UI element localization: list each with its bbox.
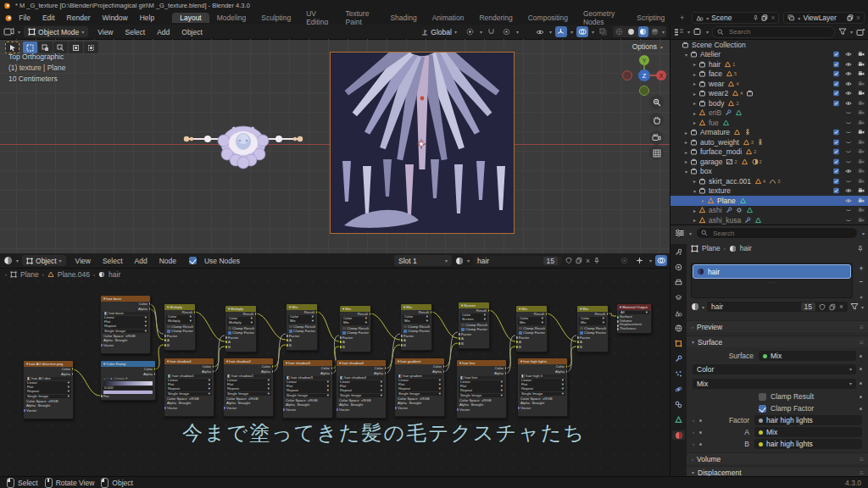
shader-menu-node[interactable]: Node	[153, 257, 182, 265]
breadcrumb-object[interactable]: Plane	[20, 270, 39, 279]
shader-menu-view[interactable]: View	[70, 257, 97, 265]
cursor-tool-button[interactable]	[5, 42, 19, 53]
expand-icon[interactable]: ▸	[682, 149, 690, 155]
node-mix[interactable]: ▾ MixResultColor▾Mix▾Clamp ResultClamp F…	[576, 305, 609, 352]
proportional-edit-icon[interactable]	[619, 255, 631, 266]
expand-icon[interactable]: ▸	[691, 208, 698, 214]
expand-icon[interactable]: ▸	[691, 71, 698, 77]
node-material-output[interactable]: ▾ Material OutputAll▾SurfaceVolumeDispla…	[616, 303, 652, 334]
outliner-row-atelier[interactable]: ▾Atelier	[670, 50, 868, 60]
breadcrumb-mesh[interactable]: Plane.046	[58, 270, 90, 279]
remove-viewlayer-icon[interactable]: ×	[856, 14, 860, 22]
properties-tab-scene-icon[interactable]	[672, 308, 685, 318]
shader-menu-add[interactable]: Add	[129, 257, 153, 265]
overlays-toggle-icon[interactable]	[655, 255, 667, 266]
exclude-checkbox-icon[interactable]	[832, 148, 840, 155]
workspace-tab-modeling[interactable]: Modeling	[209, 13, 254, 23]
workspace-tab-layout[interactable]: Layout	[172, 13, 209, 23]
annotate-tool-button[interactable]	[84, 42, 98, 53]
snap-icon[interactable]	[634, 255, 646, 266]
eye-closed-icon[interactable]	[844, 109, 853, 116]
copy-datablock-icon[interactable]	[829, 303, 836, 311]
select-box-tool-button[interactable]	[23, 42, 37, 53]
outliner-display-mode-icon[interactable]	[674, 28, 684, 36]
camera-visibility-icon[interactable]	[857, 61, 865, 68]
camera-visibility-icon[interactable]	[857, 207, 865, 214]
material-slot-row[interactable]: hair	[693, 264, 851, 279]
toggle-grid-icon[interactable]	[649, 146, 664, 160]
exclude-checkbox-icon[interactable]	[832, 129, 840, 136]
outliner-row-garage[interactable]: ▸garage22	[670, 157, 868, 167]
menu-file[interactable]: File	[13, 14, 36, 22]
scene-selector[interactable]: ▾ Scene ×	[692, 12, 779, 24]
node-hair-ao-directive-png[interactable]: ▾ hair AO directive.pngColorAlpha◧ hair …	[23, 360, 74, 419]
workspace-tab-sculpting[interactable]: Sculpting	[253, 13, 298, 23]
pivot-icon[interactable]	[465, 26, 476, 37]
outliner-filter-mode-icon[interactable]	[693, 28, 703, 36]
camera-visibility-icon[interactable]	[857, 168, 865, 175]
outliner-row-texture[interactable]: ▾texture	[670, 186, 868, 197]
exclude-checkbox-icon[interactable]	[832, 139, 840, 146]
unlink-material-icon[interactable]: ×	[586, 257, 590, 265]
add-slot-button[interactable]: +	[855, 263, 867, 274]
exclude-checkbox-icon[interactable]	[832, 90, 840, 97]
workspace-tab-compositing[interactable]: Compositing	[520, 13, 576, 23]
camera-visibility-icon[interactable]	[857, 197, 865, 204]
proportional-edit-icon[interactable]	[501, 26, 513, 37]
menu-edit[interactable]: Edit	[36, 14, 61, 22]
eye-closed-icon[interactable]	[844, 217, 853, 224]
properties-tab-tool-icon[interactable]	[672, 247, 685, 257]
new-viewlayer-icon[interactable]	[847, 14, 854, 21]
properties-options-icon[interactable]: ▾	[862, 230, 865, 236]
fake-user-shield-icon[interactable]	[565, 257, 572, 264]
node-hair-base[interactable]: ▾ hair baseColorAlpha◧ hair baseLinear▾F…	[100, 295, 151, 354]
properties-tab-render-icon[interactable]	[672, 263, 685, 272]
node-mix[interactable]: ▾ MixResultColor▾Mix▾Clamp ResultClamp F…	[515, 305, 548, 352]
expand-icon[interactable]: ›	[693, 441, 699, 446]
new-collection-icon[interactable]	[856, 28, 865, 36]
character-model[interactable]	[180, 110, 307, 176]
node-hair-shadow1[interactable]: ▾ hair shadow1ColorAlpha◧ hair shadow1Li…	[164, 358, 214, 417]
node-hair-high-lights[interactable]: ▾ hair high lightsColorAlpha◧ hair high …	[517, 358, 568, 417]
material-browse-icon[interactable]	[455, 257, 464, 265]
node-screen[interactable]: ▾ ScreenResultColor▾Screen▾Clamp ResultC…	[458, 302, 490, 349]
clamp-factor-checkbox[interactable]	[759, 405, 766, 413]
shading-rendered-icon[interactable]	[650, 26, 660, 37]
new-scene-icon[interactable]	[761, 14, 768, 21]
eye-open-icon[interactable]	[844, 100, 853, 107]
use-nodes-checkbox[interactable]	[189, 257, 197, 264]
workspace-tab-shading[interactable]: Shading	[382, 13, 424, 23]
properties-tab-object-data-icon[interactable]	[672, 415, 685, 424]
properties-search-input[interactable]	[711, 229, 853, 238]
pin-icon[interactable]	[753, 14, 759, 21]
expand-icon[interactable]: ▸	[691, 110, 698, 116]
workspace-tab-rendering[interactable]: Rendering	[471, 13, 520, 23]
outliner-row-box[interactable]: ▾box	[670, 167, 868, 177]
camera-visibility-icon[interactable]	[857, 139, 865, 146]
expand-icon[interactable]: ▸	[691, 178, 698, 184]
outliner-row-erib[interactable]: ▸eriB	[670, 108, 868, 119]
filter-icon[interactable]	[838, 28, 847, 36]
expand-icon[interactable]: ›	[693, 418, 699, 423]
properties-tab-physics-icon[interactable]	[672, 385, 685, 394]
viewport-menu-select[interactable]: Select	[120, 28, 152, 36]
breadcrumb-object[interactable]: Plane	[702, 244, 721, 252]
pan-view-icon[interactable]	[649, 113, 664, 127]
mode-dropdown[interactable]: Object Mode▾	[24, 26, 88, 37]
outliner-row-plane[interactable]: ▸Plane	[670, 196, 868, 206]
material-name-field[interactable]: hair 15 ×	[707, 302, 848, 312]
surface-panel-header[interactable]: ▾Surface ≡	[687, 336, 868, 347]
camera-visibility-icon[interactable]	[857, 119, 865, 126]
node-multiply[interactable]: ▾ MultiplyResultColor▾Multiply▾Clamp Res…	[225, 305, 257, 352]
shading-solid-icon[interactable]	[626, 26, 637, 37]
properties-tab-object-icon[interactable]	[672, 339, 685, 348]
properties-tab-modifiers-icon[interactable]	[672, 354, 685, 363]
expand-icon[interactable]: ▸	[691, 80, 698, 86]
shading-wireframe-icon[interactable]	[615, 26, 625, 37]
workspace-tab-scripting[interactable]: Scripting	[629, 13, 672, 23]
menu-render[interactable]: Render	[61, 14, 97, 22]
properties-tab-material-icon[interactable]	[672, 430, 685, 440]
outliner-row-ashi-kusa[interactable]: ▸ashi_kusa	[670, 215, 868, 225]
eye-closed-icon[interactable]	[844, 207, 853, 214]
b-input-field[interactable]: hair high lights	[754, 439, 862, 449]
